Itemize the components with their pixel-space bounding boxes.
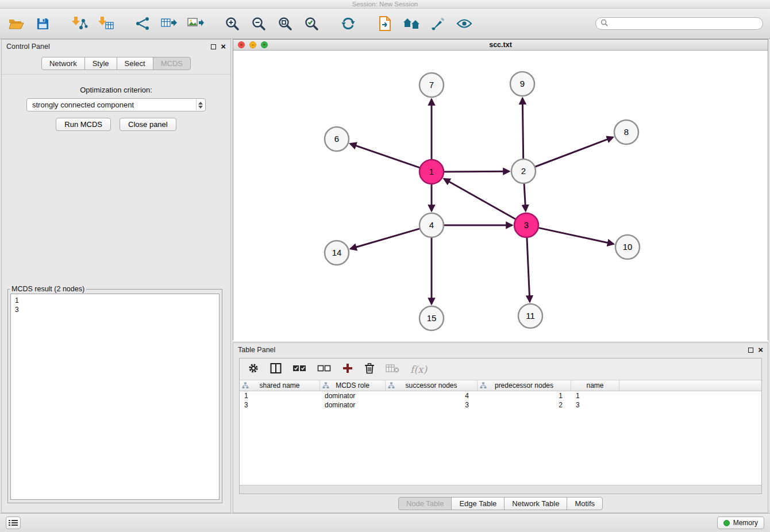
graph-edge-1-6[interactable] bbox=[351, 144, 421, 168]
unselect-all-columns-icon[interactable] bbox=[317, 364, 331, 374]
graph-edge-3-11[interactable] bbox=[527, 237, 530, 302]
open-document-icon[interactable] bbox=[376, 14, 394, 33]
tab-select[interactable]: Select bbox=[117, 57, 153, 70]
search-box[interactable] bbox=[595, 17, 763, 30]
graph-node-label: 2 bbox=[521, 166, 526, 176]
network-graph[interactable]: 7968124314101511 bbox=[233, 51, 768, 340]
toolbar-group-new-export bbox=[133, 14, 205, 33]
attribute-icon bbox=[242, 382, 249, 391]
cell-predecessor-nodes: 1 bbox=[478, 392, 571, 400]
tab-style[interactable]: Style bbox=[84, 57, 117, 70]
graph-node-label: 7 bbox=[429, 80, 434, 90]
column-header-name[interactable]: name bbox=[571, 380, 619, 391]
select-all-columns-icon[interactable] bbox=[292, 364, 306, 374]
tab-edge-table[interactable]: Edge Table bbox=[451, 497, 505, 510]
cell-shared-name: 1 bbox=[240, 392, 320, 400]
main-toolbar bbox=[0, 9, 770, 39]
network-view-window: × − + scc.txt 7968124314101511 bbox=[233, 39, 768, 340]
graph-node-label: 11 bbox=[526, 311, 535, 321]
graph-edge-3-1[interactable] bbox=[444, 179, 516, 219]
search-input[interactable] bbox=[611, 20, 758, 28]
close-panel-icon[interactable]: × bbox=[221, 44, 226, 49]
cell-predecessor-nodes: 2 bbox=[478, 401, 571, 409]
graph-node-label: 15 bbox=[427, 313, 437, 323]
graph-edge-4-14[interactable] bbox=[351, 229, 420, 249]
cell-mcds-role: dominator bbox=[320, 392, 386, 400]
import-table-icon[interactable] bbox=[97, 14, 115, 33]
tab-motifs[interactable]: Motifs bbox=[567, 497, 603, 510]
graph-edge-2-9[interactable] bbox=[522, 98, 523, 159]
table-scrollbar[interactable] bbox=[240, 485, 761, 494]
graph-node-label: 4 bbox=[429, 220, 434, 230]
minimize-window-icon[interactable]: − bbox=[249, 41, 256, 48]
maximize-window-icon[interactable]: + bbox=[261, 41, 268, 48]
graph-node-label: 3 bbox=[524, 220, 529, 230]
column-header-predecessor-nodes[interactable]: predecessor nodes bbox=[478, 380, 571, 391]
close-window-icon[interactable]: × bbox=[238, 41, 245, 48]
float-table-panel-icon[interactable] bbox=[748, 348, 753, 353]
column-header-shared-name[interactable]: shared name bbox=[240, 380, 320, 391]
open-session-icon[interactable] bbox=[7, 14, 25, 33]
delete-table-icon bbox=[386, 363, 399, 375]
graph-node-label: 10 bbox=[623, 242, 633, 252]
paint-style-icon[interactable] bbox=[429, 14, 447, 33]
optimization-criterion-label: Optimization criterion: bbox=[2, 86, 230, 94]
close-panel-button[interactable]: Close panel bbox=[120, 118, 176, 131]
export-table-icon[interactable] bbox=[160, 14, 178, 33]
new-network-icon[interactable] bbox=[133, 14, 152, 33]
task-history-button[interactable] bbox=[6, 516, 21, 529]
search-icon bbox=[600, 19, 608, 28]
zoom-in-icon[interactable] bbox=[223, 14, 241, 33]
zoom-selected-icon[interactable] bbox=[302, 14, 321, 33]
network-canvas[interactable]: 7968124314101511 bbox=[233, 51, 768, 341]
table-panel-header: Table Panel × bbox=[233, 343, 768, 357]
tab-mcds[interactable]: MCDS bbox=[153, 57, 191, 70]
cell-name: 1 bbox=[571, 392, 619, 400]
attribute-icon bbox=[322, 382, 329, 391]
table-row[interactable]: 3 dominator 3 2 3 bbox=[240, 400, 761, 410]
table-panel: Table Panel × bbox=[233, 342, 768, 513]
import-network-icon[interactable] bbox=[70, 14, 88, 33]
tab-node-table[interactable]: Node Table bbox=[398, 497, 452, 510]
column-header-successor-nodes[interactable]: successor nodes bbox=[386, 380, 478, 391]
eye-icon[interactable] bbox=[455, 14, 473, 33]
zoom-out-icon[interactable] bbox=[249, 14, 268, 33]
mcds-result-line: 3 bbox=[15, 305, 215, 314]
cell-successor-nodes: 3 bbox=[386, 401, 478, 409]
tab-network[interactable]: Network bbox=[41, 57, 85, 70]
graph-edge-2-8[interactable] bbox=[535, 137, 613, 167]
function-builder-icon: f(x) bbox=[410, 364, 427, 375]
graph-edge-1-2[interactable] bbox=[444, 171, 509, 172]
home-overview-icon[interactable] bbox=[402, 14, 421, 33]
show-columns-icon[interactable] bbox=[270, 363, 282, 376]
window-titlebar: Session: New Session bbox=[0, 0, 770, 9]
cell-shared-name: 3 bbox=[240, 401, 320, 409]
cell-mcds-role: dominator bbox=[320, 401, 386, 409]
table-settings-gear-icon[interactable] bbox=[248, 363, 259, 376]
mcds-result-list[interactable]: 1 3 bbox=[10, 294, 220, 500]
run-mcds-button[interactable]: Run MCDS bbox=[56, 118, 111, 131]
memory-button[interactable]: Memory bbox=[717, 516, 764, 529]
graph-edge-2-3[interactable] bbox=[524, 183, 526, 211]
delete-column-icon[interactable] bbox=[364, 363, 375, 376]
graph-node-label: 1 bbox=[429, 167, 434, 176]
edge-layer bbox=[351, 98, 614, 304]
mcds-result-line: 1 bbox=[15, 296, 215, 305]
attribute-icon bbox=[480, 382, 487, 391]
add-column-icon[interactable] bbox=[342, 363, 353, 376]
export-image-icon[interactable] bbox=[186, 14, 205, 33]
close-table-panel-icon[interactable]: × bbox=[758, 347, 763, 353]
dropdown-stepper-icon bbox=[196, 99, 205, 110]
memory-status-icon bbox=[723, 520, 730, 526]
column-header-mcds-role[interactable]: MCDS role bbox=[320, 380, 386, 391]
table-row[interactable]: 1 dominator 4 1 1 bbox=[240, 391, 761, 400]
tab-network-table[interactable]: Network Table bbox=[504, 497, 567, 510]
cell-successor-nodes: 4 bbox=[386, 392, 478, 400]
graph-edge-3-10[interactable] bbox=[538, 228, 614, 244]
float-panel-icon[interactable] bbox=[211, 44, 216, 49]
refresh-icon[interactable] bbox=[339, 14, 357, 33]
zoom-fit-icon[interactable] bbox=[276, 14, 294, 33]
table-empty-area bbox=[240, 410, 761, 485]
optimization-criterion-select[interactable]: strongly connected component bbox=[26, 98, 206, 111]
save-session-icon[interactable] bbox=[33, 14, 52, 33]
